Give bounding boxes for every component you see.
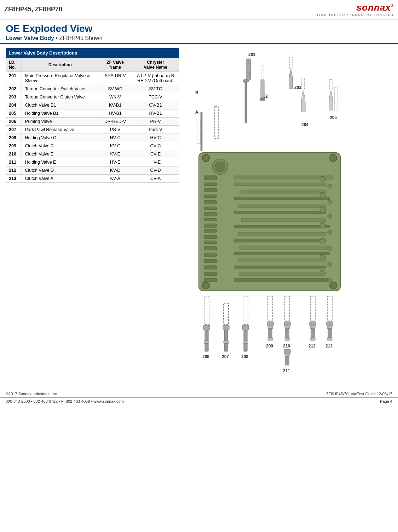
subtitle-prefix: Lower Valve Body xyxy=(6,35,54,41)
svg-text:204: 204 xyxy=(301,122,308,127)
row-id: 211 xyxy=(6,158,22,166)
svg-rect-51 xyxy=(234,211,326,214)
svg-rect-45 xyxy=(204,278,217,282)
row-zf: SV-WD xyxy=(98,85,132,93)
table-row: 203 Torque Converter Clutch Valve WK-V T… xyxy=(6,93,179,101)
subtitle-model: ZF8HP45 Shown xyxy=(59,35,102,41)
row-id: 209 xyxy=(6,142,22,150)
col-header-chrysler: ChryslerValve Name xyxy=(132,58,179,72)
row-description: Clutch Valve A xyxy=(22,175,98,183)
svg-point-67 xyxy=(328,214,332,219)
row-zf: HV-C xyxy=(98,134,132,142)
svg-rect-93 xyxy=(242,325,249,330)
col-header-description: Description xyxy=(22,58,98,72)
row-id: 207 xyxy=(6,126,22,134)
svg-rect-83 xyxy=(204,341,209,344)
svg-point-75 xyxy=(328,278,332,282)
table-row: 205 Holding Valve B1 HV-B1 HV-B1 xyxy=(6,109,179,118)
svg-rect-35 xyxy=(204,218,217,221)
table-row: 201 Main Pressure Regulator Valve & Slee… xyxy=(6,72,179,85)
svg-point-78 xyxy=(202,282,209,289)
svg-point-27 xyxy=(215,162,225,172)
row-id: 204 xyxy=(6,101,22,109)
svg-rect-29 xyxy=(204,183,217,186)
svg-rect-128 xyxy=(197,119,201,144)
row-id: 203 xyxy=(6,93,22,101)
svg-rect-107 xyxy=(285,329,289,338)
svg-point-65 xyxy=(328,200,332,204)
svg-rect-18 xyxy=(261,80,264,98)
svg-rect-121 xyxy=(327,322,333,326)
row-zf: KV-D xyxy=(98,166,132,175)
svg-point-74 xyxy=(320,270,325,276)
table-row: 207 Park Pawl Release Valve PS-V Park-V xyxy=(6,126,179,134)
table-row: 213 Clutch Valve A KV-A CV-A xyxy=(6,175,179,183)
svg-rect-118 xyxy=(310,338,315,340)
svg-rect-32 xyxy=(204,200,217,204)
table-header-label: Lower Valve Body Descriptions xyxy=(6,48,179,58)
svg-rect-38 xyxy=(204,235,217,239)
row-zf: KV-B1 xyxy=(98,101,132,109)
row-id: 206 xyxy=(6,118,22,126)
row-chrysler: CV-C xyxy=(132,142,179,150)
svg-rect-110 xyxy=(284,349,290,353)
svg-rect-37 xyxy=(204,230,217,232)
svg-text:201: 201 xyxy=(248,52,255,57)
svg-rect-124 xyxy=(327,338,332,340)
svg-point-76 xyxy=(202,154,209,162)
row-chrysler: CV-E xyxy=(132,150,179,158)
description-table: Lower Valve Body Descriptions I.D.No. De… xyxy=(6,48,179,183)
table-row: 204 Clutch Valve B1 KV-B1 CV-B1 xyxy=(6,101,179,109)
svg-rect-82 xyxy=(205,330,208,341)
row-description: Main Pressure Regulator Valve & Sleeve xyxy=(22,72,98,85)
svg-rect-105 xyxy=(284,322,290,326)
svg-rect-108 xyxy=(285,338,290,340)
row-chrysler: HV-B1 xyxy=(132,109,179,118)
svg-rect-33 xyxy=(204,207,217,210)
svg-point-77 xyxy=(330,154,337,162)
svg-rect-28 xyxy=(204,176,217,180)
svg-rect-40 xyxy=(204,247,217,250)
page-main-title: OE Exploded View xyxy=(6,23,392,34)
svg-rect-117 xyxy=(311,329,315,338)
svg-rect-94 xyxy=(244,330,247,341)
svg-text:210: 210 xyxy=(283,344,290,349)
svg-rect-106 xyxy=(285,326,290,329)
row-description: Clutch Valve C xyxy=(22,142,98,150)
svg-point-73 xyxy=(328,262,332,266)
svg-rect-50 xyxy=(238,204,326,208)
svg-rect-86 xyxy=(224,303,229,324)
svg-rect-48 xyxy=(241,190,326,193)
svg-rect-114 xyxy=(310,296,315,321)
row-zf: DR-RED-V xyxy=(98,118,132,126)
row-id: 210 xyxy=(6,150,22,158)
svg-rect-84 xyxy=(205,344,208,351)
svg-rect-61 xyxy=(234,278,330,282)
svg-rect-22 xyxy=(302,78,305,90)
svg-rect-90 xyxy=(224,344,228,351)
brand-tagline: TIME TESTED • INDUSTRY TRUSTED xyxy=(317,13,394,17)
svg-point-64 xyxy=(320,192,325,198)
svg-rect-58 xyxy=(238,259,326,262)
svg-rect-42 xyxy=(204,259,217,263)
svg-rect-47 xyxy=(234,183,326,186)
valve-body-diagram: 201 B 203 202 A 205 204 xyxy=(185,48,354,385)
row-id: 208 xyxy=(6,134,22,142)
row-description: Torque Converter Switch Valve xyxy=(22,85,98,93)
row-id: 201 xyxy=(6,72,22,85)
svg-rect-54 xyxy=(238,232,326,236)
column-header-row: I.D.No. Description ZF ValveName Chrysle… xyxy=(6,58,179,72)
row-zf: PS-V xyxy=(98,126,132,134)
svg-text:212: 212 xyxy=(308,344,316,349)
row-description: Priming Valve xyxy=(22,118,98,126)
svg-point-66 xyxy=(320,206,325,212)
svg-rect-39 xyxy=(204,241,217,244)
row-zf: KV-C xyxy=(98,142,132,150)
svg-rect-87 xyxy=(223,325,229,330)
row-chrysler: PR-V xyxy=(132,118,179,126)
svg-rect-31 xyxy=(204,195,217,198)
svg-point-69 xyxy=(328,230,332,234)
footer-document: ZF8HP45-70_VacTest Guide 12-06-17 xyxy=(326,392,392,396)
svg-rect-123 xyxy=(328,329,331,338)
svg-rect-112 xyxy=(285,356,289,365)
